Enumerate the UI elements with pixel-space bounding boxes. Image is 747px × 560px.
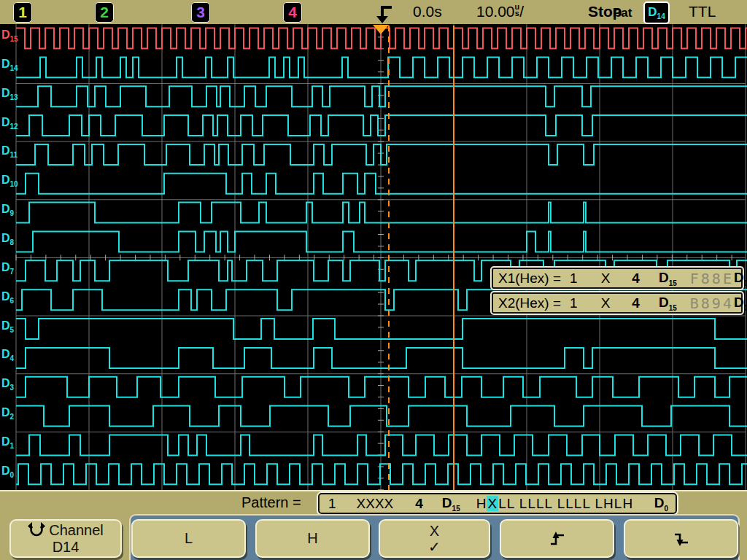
oscilloscope-screen: { "top_bar": { "channel_buttons": [ {"la… [0, 0, 747, 560]
selected-bit-cursor: X [487, 496, 498, 511]
checkmark-icon: ✓ [428, 540, 441, 554]
channel-label-D12[interactable]: D12 [1, 114, 18, 131]
channel-label-D15[interactable]: D15 [1, 27, 18, 43]
status-bar: 1 2 3 4 0.0s 10.00us/ Stop Pat D14 TTL [0, 0, 747, 24]
falling-edge-icon [673, 531, 689, 547]
wave-D11 [16, 144, 747, 165]
channel-select-softkey[interactable]: Channel D14 [9, 519, 122, 558]
trigger-source-badge[interactable]: D14 [643, 1, 670, 24]
analog-channel-3-button[interactable]: 3 [191, 2, 210, 23]
analog-channel-1-button[interactable]: 1 [13, 2, 32, 23]
x1-hex-value: F88E [690, 270, 734, 287]
x2-cursor-hex-readout: X2(Hex) = 1 X 4 D15 B894 D0 [492, 292, 743, 314]
channel-label-D8[interactable]: D8 [1, 230, 14, 246]
wave-D1 [16, 435, 747, 455]
analog-channel-4-button[interactable]: 4 [283, 2, 302, 23]
channel-label-D6[interactable]: D6 [1, 289, 14, 305]
bit-low-softkey[interactable]: L [131, 519, 246, 558]
channel-label-D9[interactable]: D9 [1, 201, 14, 217]
trigger-time-reference-icon [373, 2, 395, 23]
channel-label-D2[interactable]: D2 [1, 405, 14, 421]
waveform-display-area: D15D14D13D12D11D10D9D8D7D6D5D4D3D2D1D0 X… [0, 24, 747, 490]
channel-label-D1[interactable]: D1 [1, 434, 14, 450]
timebase-readout: 10.00us/ [476, 3, 524, 20]
bit-rising-edge-softkey[interactable] [500, 519, 614, 558]
bit-falling-edge-softkey[interactable] [624, 519, 738, 558]
channel-label-D14[interactable]: D14 [1, 56, 18, 72]
pattern-label: Pattern = [241, 494, 301, 511]
wave-D9 [16, 203, 747, 223]
x2-hex-value: B894 [690, 295, 734, 312]
x1-cursor-hex-readout: X1(Hex) = 1 X 4 D15 F88E D0 [492, 268, 743, 289]
trigger-mode-label: Pat [613, 6, 632, 20]
pattern-bits: HXLL LLLL LLLL LHLH [476, 496, 633, 512]
pattern-value-box[interactable]: 1 XXXX 4 D15 HXLL LLLL LLLL LHLH D0 [318, 493, 677, 514]
wave-D5 [16, 319, 747, 339]
bit-high-softkey[interactable]: H [255, 519, 370, 558]
trigger-time-value: 0.0s [413, 3, 442, 20]
wave-D13 [16, 86, 747, 106]
wave-D0 [16, 464, 747, 484]
channel-label-D3[interactable]: D3 [1, 376, 14, 392]
channel-label-D10[interactable]: D10 [1, 172, 18, 188]
analog-channel-2-button[interactable]: 2 [95, 2, 114, 23]
channel-label-D0[interactable]: D0 [1, 463, 14, 479]
rising-edge-icon [549, 531, 565, 547]
digital-waveforms-plot [0, 24, 747, 490]
channel-label-D5[interactable]: D5 [1, 318, 14, 334]
channel-label-D13[interactable]: D13 [1, 85, 18, 101]
logic-threshold-family: TTL [689, 3, 716, 20]
rotate-knob-icon [28, 522, 45, 538]
softkey-panel: Pattern = 1 XXXX 4 D15 HXLL LLLL LLLL LH… [0, 490, 747, 560]
wave-D3 [16, 377, 747, 397]
bit-dont-care-softkey[interactable]: X ✓ [379, 519, 490, 558]
channel-label-D11[interactable]: D11 [1, 143, 18, 159]
channel-label-D7[interactable]: D7 [1, 260, 14, 276]
channel-label-D4[interactable]: D4 [1, 346, 14, 362]
